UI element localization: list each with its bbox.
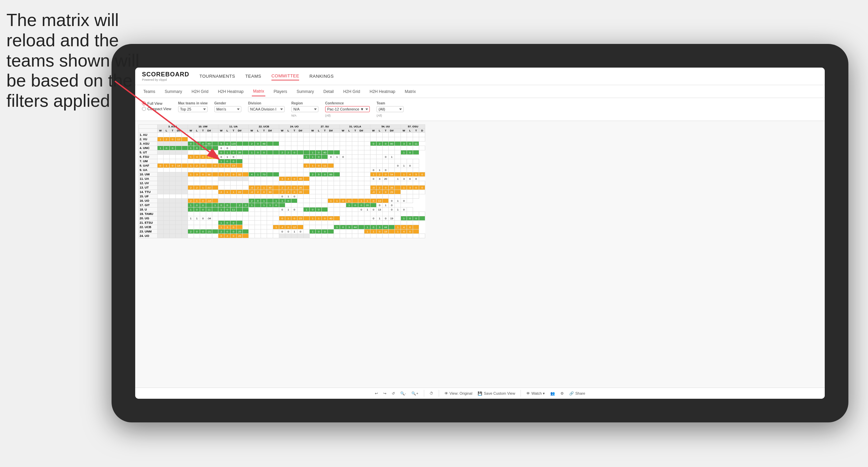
nav-tournaments[interactable]: TOURNAMENTS <box>199 72 235 80</box>
subnav-players[interactable]: Players <box>272 87 288 96</box>
gender-select[interactable]: Men's Women's <box>214 106 241 112</box>
matrix-cell <box>352 142 358 146</box>
matrix-cell <box>255 221 261 225</box>
col-header-ucla: 31. UCLA <box>340 125 370 129</box>
table-row: 8. UAF010141200101511011010 <box>139 164 425 168</box>
matrix-cell <box>158 229 164 234</box>
team-select[interactable]: (All) <box>377 106 404 112</box>
matrix-cell <box>243 172 249 177</box>
matrix-cell: -0 <box>370 186 377 190</box>
matrix-cell: 0 <box>255 199 261 203</box>
matrix-cell: 1 <box>285 216 291 221</box>
matrix-cell <box>158 177 164 181</box>
matrix-cell <box>407 181 413 186</box>
matrix-cell <box>158 133 164 137</box>
watch-btn[interactable]: 👁 Watch ▾ <box>526 391 545 396</box>
matrix-cell <box>285 221 291 225</box>
matrix-cell <box>243 177 249 181</box>
matrix-cell: 3 <box>279 177 285 181</box>
matrix-cell: 0 <box>279 216 285 221</box>
subnav-h2h-grid[interactable]: H2H Grid <box>190 87 210 96</box>
subnav-h2h-heatmap2[interactable]: H2H Heatmap <box>368 87 396 96</box>
settings-btn[interactable]: ⚙ <box>560 391 564 396</box>
matrix-cell <box>243 164 249 168</box>
matrix-cell <box>304 234 310 238</box>
col-header-ucb: 22. UCB <box>249 125 279 129</box>
max-teams-select[interactable]: Top 25 Top 10 All <box>178 106 208 112</box>
matrix-cell <box>249 194 255 199</box>
matrix-cell <box>310 225 316 229</box>
subnav-h2h-heatmap[interactable]: H2H Heatmap <box>217 87 245 96</box>
matrix-cell: 0 <box>212 164 218 168</box>
subnav-detail[interactable]: Detail <box>322 87 335 96</box>
refresh-btn[interactable]: ↺ <box>392 391 395 396</box>
matrix-cell <box>334 229 340 234</box>
matrix-cell <box>279 203 285 207</box>
matrix-cell <box>370 133 377 137</box>
matrix-cell: 0 <box>322 216 328 221</box>
matrix-cell <box>243 234 249 238</box>
division-select[interactable]: NCAA Division I NCAA Division II NCAA Di… <box>248 106 285 112</box>
matrix-cell <box>395 133 401 137</box>
timer-btn[interactable]: ⏱ <box>430 391 433 395</box>
sh-ua-t: T <box>231 129 237 133</box>
matrix-cell: 0 <box>231 150 237 155</box>
table-row: 12. UV <box>139 181 425 186</box>
matrix-cell <box>243 159 249 164</box>
matrix-cell: 11 <box>200 146 206 150</box>
save-custom-btn[interactable]: 💾 Save Custom View <box>478 391 515 396</box>
matrix-cell: 0 <box>395 164 401 168</box>
matrix-cell: 0 <box>218 146 224 150</box>
matrix-cell <box>352 221 358 225</box>
max-teams-group: Max teams in view Top 25 Top 10 All <box>178 101 208 112</box>
matrix-cell: 0 <box>383 172 389 177</box>
nav-rankings[interactable]: RANKINGS <box>309 72 334 80</box>
matrix-cell <box>158 168 164 172</box>
matrix-cell: 0 <box>383 142 389 146</box>
share-btn[interactable]: 🔗 Share <box>569 391 585 396</box>
matrix-cell: 0 <box>389 207 395 212</box>
matrix-cell <box>261 234 267 238</box>
nav-committee[interactable]: COMMITTEE <box>271 72 299 80</box>
subnav-matrix2[interactable]: Matrix <box>404 87 417 96</box>
zoom-in-btn[interactable]: 🔍+ <box>411 391 418 396</box>
matrix-cell <box>304 146 310 150</box>
conference-select[interactable]: Pac-12 Conference ▼ (All) ACC Big Ten SE… <box>325 106 370 112</box>
subnav-h2h-grid2[interactable]: H2H Grid <box>342 87 361 96</box>
matrix-area[interactable]: 3. ASU 10. UW 11. UA 22. UCB 24. UO 27. … <box>135 121 825 388</box>
view-original-btn[interactable]: 👁 View: Original <box>444 391 473 395</box>
subnav-summary[interactable]: Summary <box>163 87 183 96</box>
matrix-cell: 1 <box>304 207 310 212</box>
matrix-cell <box>358 168 364 172</box>
matrix-cell <box>188 234 194 238</box>
matrix-cell <box>304 225 310 229</box>
undo-btn[interactable]: ↩ <box>375 391 378 396</box>
matrix-cell <box>164 186 170 190</box>
matrix-cell <box>261 159 267 164</box>
share-group-btn[interactable]: 👥 <box>550 391 555 396</box>
matrix-cell <box>389 133 395 137</box>
matrix-cell <box>419 146 425 150</box>
matrix-cell <box>358 221 364 225</box>
matrix-cell <box>279 181 285 186</box>
matrix-cell <box>237 181 243 186</box>
matrix-cell <box>249 234 255 238</box>
subnav-matrix[interactable]: Matrix <box>252 87 266 96</box>
zoom-out-btn[interactable]: 🔍- <box>400 391 406 396</box>
matrix-cell <box>364 150 370 155</box>
matrix-cell <box>261 181 267 186</box>
matrix-cell <box>322 190 328 194</box>
table-row: 23. UNM200-2120025001010011018140 <box>139 229 425 234</box>
region-select[interactable]: N/A Northeast Southeast West <box>291 106 318 112</box>
subnav-summary2[interactable]: Summary <box>295 87 315 96</box>
matrix-cell: 0 <box>370 225 377 229</box>
redo-btn[interactable]: ↪ <box>383 391 386 396</box>
team-row-label: 5. UT <box>139 150 158 155</box>
nav-teams[interactable]: TEAMS <box>245 72 261 80</box>
sh-uo-w: W <box>279 129 285 133</box>
team-row-label: 23. UNM <box>139 229 158 234</box>
col-header-uo: 24. UO <box>279 125 310 129</box>
matrix-cell <box>212 181 218 186</box>
matrix-cell <box>322 181 328 186</box>
matrix-cell <box>304 229 310 234</box>
